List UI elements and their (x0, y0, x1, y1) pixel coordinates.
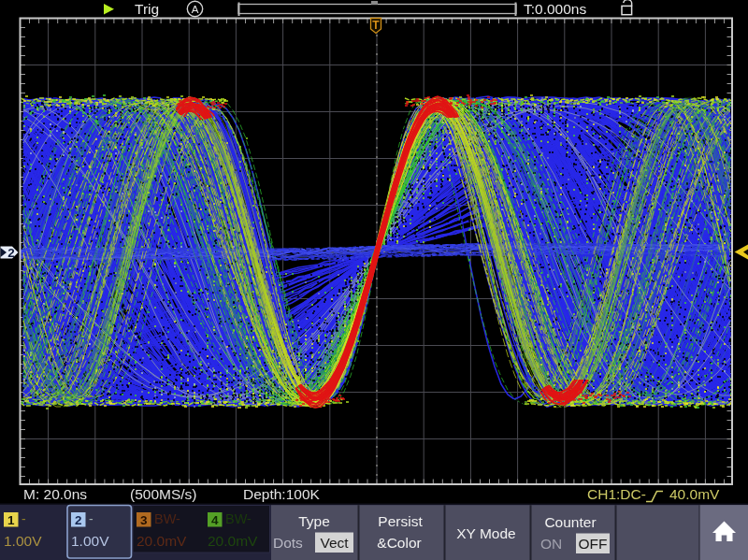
svg-text:20.0mV: 20.0mV (208, 533, 258, 549)
svg-text:2: 2 (75, 513, 82, 527)
svg-text:1.00V: 1.00V (71, 533, 109, 549)
svg-text:Trig: Trig (135, 1, 159, 17)
svg-text:BW-: BW- (225, 511, 252, 526)
svg-text:20.0mV: 20.0mV (137, 533, 187, 549)
svg-text:Persist: Persist (378, 513, 423, 529)
svg-text:-: - (89, 511, 94, 526)
svg-text:A: A (192, 4, 199, 15)
svg-text:XY Mode: XY Mode (456, 525, 515, 541)
svg-text:1.00V: 1.00V (4, 533, 42, 549)
svg-text:T: T (372, 19, 380, 32)
svg-text:&Color: &Color (377, 535, 421, 551)
svg-text:Depth:100K: Depth:100K (243, 486, 321, 502)
svg-text:3: 3 (140, 513, 148, 527)
svg-text:1: 1 (7, 513, 15, 527)
svg-text:Type: Type (298, 513, 330, 529)
svg-text:Vect: Vect (320, 535, 349, 551)
svg-text:BW-: BW- (154, 511, 180, 526)
svg-text:M: 20.0ns: M: 20.0ns (23, 486, 87, 502)
svg-text:40.0mV: 40.0mV (669, 486, 720, 502)
svg-text:T:0.000ns: T:0.000ns (524, 1, 586, 17)
svg-text:Counter: Counter (544, 514, 596, 530)
svg-text:CH1:DC-: CH1:DC- (587, 486, 646, 502)
svg-text:ON: ON (540, 536, 562, 552)
svg-text:2: 2 (7, 246, 15, 260)
svg-text:-: - (22, 511, 26, 526)
svg-text:4: 4 (211, 513, 219, 527)
svg-text:Dots: Dots (273, 535, 303, 551)
svg-text:(500MS/s): (500MS/s) (130, 486, 197, 502)
svg-text:OFF: OFF (579, 536, 608, 552)
